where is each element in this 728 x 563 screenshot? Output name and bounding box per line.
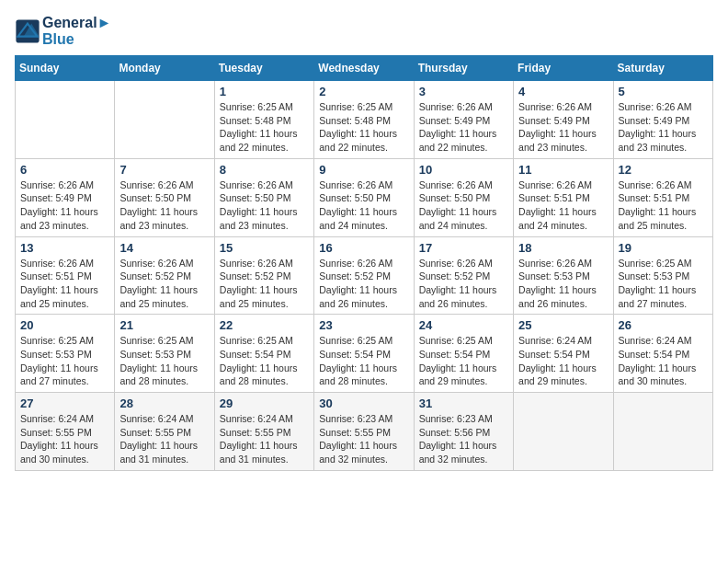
day-info: Sunrise: 6:26 AM Sunset: 5:49 PM Dayligh…	[619, 100, 708, 155]
calendar-cell: 20Sunrise: 6:25 AM Sunset: 5:53 PM Dayli…	[16, 315, 115, 393]
calendar-cell: 19Sunrise: 6:25 AM Sunset: 5:53 PM Dayli…	[613, 236, 712, 315]
day-info: Sunrise: 6:25 AM Sunset: 5:53 PM Dayligh…	[20, 334, 109, 388]
day-number: 20	[20, 318, 109, 332]
calendar-cell: 2Sunrise: 6:25 AM Sunset: 5:48 PM Daylig…	[314, 81, 414, 159]
day-number: 26	[619, 318, 708, 332]
calendar-week-row: 20Sunrise: 6:25 AM Sunset: 5:53 PM Dayli…	[16, 315, 713, 393]
day-number: 24	[419, 318, 508, 332]
calendar-cell: 27Sunrise: 6:24 AM Sunset: 5:55 PM Dayli…	[16, 393, 115, 471]
day-info: Sunrise: 6:26 AM Sunset: 5:49 PM Dayligh…	[20, 178, 109, 233]
day-number: 2	[319, 85, 408, 98]
day-number: 1	[220, 85, 309, 98]
day-info: Sunrise: 6:25 AM Sunset: 5:48 PM Dayligh…	[319, 100, 408, 155]
day-number: 14	[119, 241, 209, 255]
day-info: Sunrise: 6:24 AM Sunset: 5:55 PM Dayligh…	[220, 412, 309, 466]
calendar-week-row: 13Sunrise: 6:26 AM Sunset: 5:51 PM Dayli…	[16, 236, 713, 315]
calendar-week-row: 27Sunrise: 6:24 AM Sunset: 5:55 PM Dayli…	[16, 393, 713, 471]
day-number: 30	[319, 396, 408, 410]
day-info: Sunrise: 6:26 AM Sunset: 5:50 PM Dayligh…	[119, 178, 209, 233]
day-number: 23	[319, 318, 408, 332]
day-number: 5	[619, 85, 708, 98]
calendar-cell	[613, 393, 712, 471]
day-number: 21	[119, 318, 209, 332]
day-info: Sunrise: 6:26 AM Sunset: 5:49 PM Dayligh…	[419, 100, 508, 155]
calendar-cell: 13Sunrise: 6:26 AM Sunset: 5:51 PM Dayli…	[16, 236, 115, 315]
day-info: Sunrise: 6:24 AM Sunset: 5:54 PM Dayligh…	[518, 334, 608, 388]
day-number: 28	[119, 396, 209, 410]
logo-text: General► Blue	[42, 15, 111, 48]
weekday-header: Monday	[115, 56, 214, 81]
calendar-table: SundayMondayTuesdayWednesdayThursdayFrid…	[15, 55, 713, 471]
day-number: 4	[518, 85, 608, 98]
day-number: 25	[518, 318, 608, 332]
day-number: 7	[119, 163, 209, 177]
calendar-cell	[115, 81, 214, 159]
weekday-header: Sunday	[16, 56, 115, 81]
calendar-week-row: 1Sunrise: 6:25 AM Sunset: 5:48 PM Daylig…	[16, 81, 713, 159]
calendar-cell: 31Sunrise: 6:23 AM Sunset: 5:56 PM Dayli…	[414, 393, 513, 471]
calendar-cell: 15Sunrise: 6:26 AM Sunset: 5:52 PM Dayli…	[214, 236, 313, 315]
day-info: Sunrise: 6:26 AM Sunset: 5:50 PM Dayligh…	[220, 178, 309, 233]
day-info: Sunrise: 6:25 AM Sunset: 5:48 PM Dayligh…	[220, 100, 309, 155]
day-info: Sunrise: 6:24 AM Sunset: 5:55 PM Dayligh…	[119, 412, 209, 466]
day-number: 9	[319, 163, 408, 177]
day-info: Sunrise: 6:23 AM Sunset: 5:55 PM Dayligh…	[319, 412, 408, 466]
day-number: 10	[419, 163, 508, 177]
calendar-cell: 28Sunrise: 6:24 AM Sunset: 5:55 PM Dayli…	[115, 393, 214, 471]
calendar-cell: 4Sunrise: 6:26 AM Sunset: 5:49 PM Daylig…	[514, 81, 613, 159]
day-number: 6	[20, 163, 109, 177]
calendar-cell: 6Sunrise: 6:26 AM Sunset: 5:49 PM Daylig…	[16, 158, 115, 236]
day-info: Sunrise: 6:23 AM Sunset: 5:56 PM Dayligh…	[419, 412, 508, 466]
day-number: 22	[220, 318, 309, 332]
calendar-cell: 12Sunrise: 6:26 AM Sunset: 5:51 PM Dayli…	[613, 158, 712, 236]
day-info: Sunrise: 6:26 AM Sunset: 5:53 PM Dayligh…	[518, 257, 608, 311]
calendar-cell: 21Sunrise: 6:25 AM Sunset: 5:53 PM Dayli…	[115, 315, 214, 393]
logo: General► Blue	[15, 15, 111, 48]
day-info: Sunrise: 6:25 AM Sunset: 5:53 PM Dayligh…	[619, 257, 708, 311]
calendar-cell: 1Sunrise: 6:25 AM Sunset: 5:48 PM Daylig…	[214, 81, 313, 159]
calendar-cell: 17Sunrise: 6:26 AM Sunset: 5:52 PM Dayli…	[414, 236, 513, 315]
day-number: 8	[220, 163, 309, 177]
calendar-cell: 8Sunrise: 6:26 AM Sunset: 5:50 PM Daylig…	[214, 158, 313, 236]
calendar-cell: 3Sunrise: 6:26 AM Sunset: 5:49 PM Daylig…	[414, 81, 513, 159]
day-info: Sunrise: 6:26 AM Sunset: 5:51 PM Dayligh…	[518, 178, 608, 233]
calendar-week-row: 6Sunrise: 6:26 AM Sunset: 5:49 PM Daylig…	[16, 158, 713, 236]
day-number: 31	[419, 396, 508, 410]
day-info: Sunrise: 6:25 AM Sunset: 5:54 PM Dayligh…	[419, 334, 508, 388]
calendar-cell: 24Sunrise: 6:25 AM Sunset: 5:54 PM Dayli…	[414, 315, 513, 393]
calendar-cell: 30Sunrise: 6:23 AM Sunset: 5:55 PM Dayli…	[314, 393, 414, 471]
calendar-cell: 29Sunrise: 6:24 AM Sunset: 5:55 PM Dayli…	[214, 393, 313, 471]
weekday-header: Tuesday	[214, 56, 313, 81]
day-info: Sunrise: 6:26 AM Sunset: 5:49 PM Dayligh…	[518, 100, 608, 155]
day-info: Sunrise: 6:26 AM Sunset: 5:51 PM Dayligh…	[20, 257, 109, 311]
weekday-header: Wednesday	[314, 56, 414, 81]
day-info: Sunrise: 6:26 AM Sunset: 5:50 PM Dayligh…	[319, 178, 408, 233]
day-info: Sunrise: 6:25 AM Sunset: 5:54 PM Dayligh…	[220, 334, 309, 388]
day-number: 12	[619, 163, 708, 177]
calendar-cell: 22Sunrise: 6:25 AM Sunset: 5:54 PM Dayli…	[214, 315, 313, 393]
day-number: 3	[419, 85, 508, 98]
weekday-header: Thursday	[414, 56, 513, 81]
day-info: Sunrise: 6:24 AM Sunset: 5:54 PM Dayligh…	[619, 334, 708, 388]
day-number: 17	[419, 241, 508, 255]
calendar-cell: 16Sunrise: 6:26 AM Sunset: 5:52 PM Dayli…	[314, 236, 414, 315]
calendar-cell: 23Sunrise: 6:25 AM Sunset: 5:54 PM Dayli…	[314, 315, 414, 393]
day-number: 27	[20, 396, 109, 410]
calendar-cell: 11Sunrise: 6:26 AM Sunset: 5:51 PM Dayli…	[514, 158, 613, 236]
day-number: 11	[518, 163, 608, 177]
calendar-cell: 25Sunrise: 6:24 AM Sunset: 5:54 PM Dayli…	[514, 315, 613, 393]
calendar-cell	[16, 81, 115, 159]
day-number: 19	[619, 241, 708, 255]
calendar-cell: 14Sunrise: 6:26 AM Sunset: 5:52 PM Dayli…	[115, 236, 214, 315]
weekday-header: Friday	[514, 56, 613, 81]
day-number: 15	[220, 241, 309, 255]
day-info: Sunrise: 6:25 AM Sunset: 5:53 PM Dayligh…	[119, 334, 209, 388]
header: General► Blue	[15, 15, 713, 48]
day-info: Sunrise: 6:26 AM Sunset: 5:51 PM Dayligh…	[619, 178, 708, 233]
day-info: Sunrise: 6:24 AM Sunset: 5:55 PM Dayligh…	[20, 412, 109, 466]
calendar-cell: 18Sunrise: 6:26 AM Sunset: 5:53 PM Dayli…	[514, 236, 613, 315]
calendar-cell: 26Sunrise: 6:24 AM Sunset: 5:54 PM Dayli…	[613, 315, 712, 393]
day-info: Sunrise: 6:26 AM Sunset: 5:52 PM Dayligh…	[419, 257, 508, 311]
calendar-cell: 5Sunrise: 6:26 AM Sunset: 5:49 PM Daylig…	[613, 81, 712, 159]
day-number: 16	[319, 241, 408, 255]
